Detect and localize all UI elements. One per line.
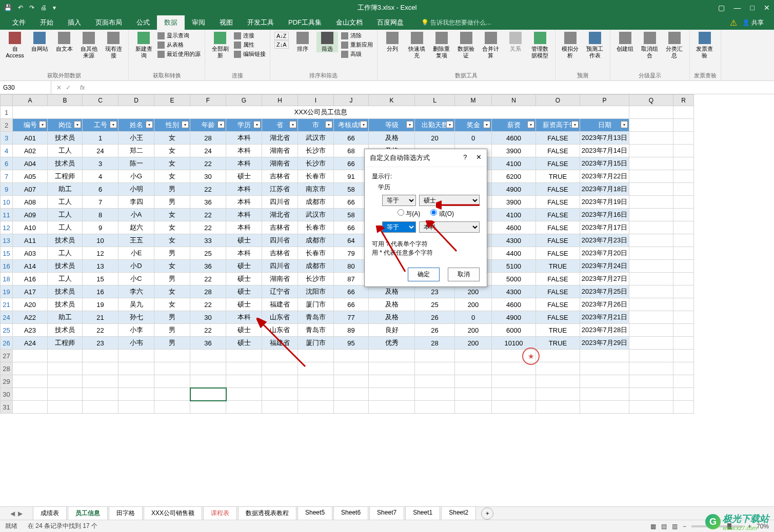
- sort-za-button[interactable]: Z↓A: [274, 40, 289, 49]
- data-cell[interactable]: 66: [334, 157, 369, 170]
- data-cell[interactable]: FALSE: [536, 145, 580, 157]
- reapply-button[interactable]: 重新应用: [341, 41, 373, 49]
- value-2-select[interactable]: 本科: [419, 221, 480, 233]
- from-web-button[interactable]: 自网站: [29, 32, 50, 52]
- data-cell[interactable]: FALSE: [536, 132, 580, 145]
- data-cell[interactable]: 本科: [226, 196, 262, 209]
- data-cell[interactable]: 硕士: [226, 285, 262, 298]
- data-cell[interactable]: 赵六: [118, 221, 154, 234]
- tab-home[interactable]: 开始: [33, 15, 61, 30]
- data-cell[interactable]: 女: [154, 285, 190, 298]
- data-cell[interactable]: 2023年7月13日: [580, 132, 629, 145]
- data-cell[interactable]: 武汉市: [298, 132, 334, 145]
- add-sheet-button[interactable]: +: [481, 507, 493, 520]
- data-cell[interactable]: 工人: [48, 247, 83, 260]
- data-cell[interactable]: A16: [13, 273, 48, 285]
- data-cell[interactable]: 四川省: [262, 234, 298, 247]
- data-cell[interactable]: 及格: [369, 285, 415, 298]
- data-cell[interactable]: 技术员: [48, 234, 83, 247]
- column-header[interactable]: M: [455, 95, 492, 106]
- data-cell[interactable]: A08: [13, 196, 48, 209]
- data-cell[interactable]: 200: [455, 298, 492, 311]
- data-cell[interactable]: 女: [154, 298, 190, 311]
- data-cell[interactable]: 女: [154, 157, 190, 170]
- data-cell[interactable]: 28: [190, 132, 226, 145]
- data-cell[interactable]: 2023年7月14日: [580, 145, 629, 157]
- minimize-icon[interactable]: —: [734, 4, 741, 12]
- existing-conn-button[interactable]: 现有连接: [103, 32, 124, 59]
- data-cell[interactable]: 22: [190, 209, 226, 221]
- data-cell[interactable]: 200: [455, 337, 492, 350]
- data-cell[interactable]: 3900: [492, 196, 536, 209]
- data-cell[interactable]: 王五: [118, 234, 154, 247]
- data-cell[interactable]: 8: [83, 209, 118, 221]
- data-cell[interactable]: FALSE: [536, 273, 580, 285]
- data-cell[interactable]: 4300: [492, 234, 536, 247]
- data-cell[interactable]: 本科: [226, 157, 262, 170]
- table-header-cell[interactable]: 出勤天数▾: [415, 119, 455, 132]
- table-header-cell[interactable]: 薪资高于5▾: [536, 119, 580, 132]
- data-cell[interactable]: A17: [13, 285, 48, 298]
- column-header[interactable]: D: [118, 95, 154, 106]
- forecast-sheet-button[interactable]: 预测工作表: [584, 32, 606, 59]
- data-cell[interactable]: 24: [190, 145, 226, 157]
- data-cell[interactable]: 辽宁省: [262, 285, 298, 298]
- data-cell[interactable]: 男: [154, 183, 190, 196]
- data-cell[interactable]: 2023年7月17日: [580, 221, 629, 234]
- tab-view[interactable]: 视图: [212, 15, 240, 30]
- relationships-button[interactable]: 关系: [505, 32, 526, 52]
- data-cell[interactable]: A04: [13, 157, 48, 170]
- table-header-cell[interactable]: 年龄▾: [190, 119, 226, 132]
- data-cell[interactable]: A14: [13, 260, 48, 273]
- data-cell[interactable]: 青岛市: [298, 324, 334, 337]
- data-cell[interactable]: 及格: [369, 298, 415, 311]
- data-cell[interactable]: 工人: [48, 196, 83, 209]
- data-cell[interactable]: 66: [334, 285, 369, 298]
- data-cell[interactable]: 郑二: [118, 145, 154, 157]
- data-cell[interactable]: 成都市: [298, 196, 334, 209]
- data-cell[interactable]: 66: [334, 221, 369, 234]
- sheet-tab[interactable]: Sheet2: [441, 506, 476, 521]
- filter-button[interactable]: 筛选: [316, 32, 338, 52]
- data-cell[interactable]: 2023年7月19日: [580, 196, 629, 209]
- filter-dropdown-icon[interactable]: ▾: [446, 121, 453, 128]
- filter-dropdown-icon[interactable]: ▾: [74, 121, 81, 128]
- data-cell[interactable]: 男: [154, 337, 190, 350]
- from-access-button[interactable]: 自 Access: [4, 32, 26, 59]
- data-cell[interactable]: 79: [334, 247, 369, 260]
- filter-dropdown-icon[interactable]: ▾: [325, 121, 332, 128]
- table-header-cell[interactable]: 性别▾: [154, 119, 190, 132]
- data-cell[interactable]: 16: [83, 285, 118, 298]
- data-cell[interactable]: 山东省: [262, 324, 298, 337]
- tell-me-search[interactable]: 💡 告诉我您想要做什么...: [421, 18, 491, 27]
- fx-label[interactable]: fx: [76, 84, 85, 91]
- data-cell[interactable]: A24: [13, 337, 48, 350]
- data-cell[interactable]: FALSE: [536, 183, 580, 196]
- data-cell[interactable]: 2023年7月15日: [580, 157, 629, 170]
- data-cell[interactable]: 成都市: [298, 260, 334, 273]
- data-cell[interactable]: 男: [154, 311, 190, 324]
- data-cell[interactable]: 技术员: [48, 132, 83, 145]
- tab-baidu[interactable]: 百度网盘: [370, 15, 411, 30]
- data-cell[interactable]: 58: [334, 209, 369, 221]
- view-break-icon[interactable]: ▥: [672, 523, 678, 530]
- data-cell[interactable]: 4100: [492, 157, 536, 170]
- data-cell[interactable]: 四川省: [262, 196, 298, 209]
- subtotal-button[interactable]: 分类汇总: [664, 32, 685, 59]
- invoice-check-button[interactable]: 发票查验: [694, 32, 716, 59]
- properties-button[interactable]: 属性: [234, 41, 266, 49]
- data-cell[interactable]: 及格: [369, 132, 415, 145]
- data-cell[interactable]: 本科: [226, 221, 262, 234]
- data-cell[interactable]: 24: [83, 145, 118, 157]
- column-header[interactable]: B: [48, 95, 83, 106]
- recent-sources-button[interactable]: 最近使用的源: [157, 50, 201, 58]
- data-cell[interactable]: 湖北省: [262, 132, 298, 145]
- close-icon[interactable]: ✕: [764, 4, 770, 12]
- filter-dropdown-icon[interactable]: ▾: [406, 121, 413, 128]
- data-cell[interactable]: 女: [154, 234, 190, 247]
- data-cell[interactable]: 0: [455, 132, 492, 145]
- dialog-help-icon[interactable]: ?: [463, 153, 467, 161]
- redo-icon[interactable]: ↷: [29, 4, 34, 11]
- data-cell[interactable]: 小A: [118, 209, 154, 221]
- column-header[interactable]: J: [334, 95, 369, 106]
